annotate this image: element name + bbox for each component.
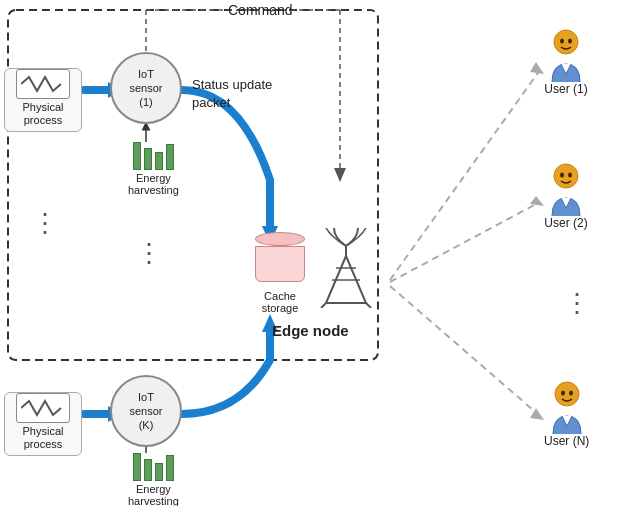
svg-point-25 <box>554 30 578 54</box>
svg-point-28 <box>554 164 578 188</box>
vertical-dots-left: ⋮ <box>32 210 56 236</box>
user-2-icon <box>544 162 588 216</box>
energy-bar <box>166 144 174 170</box>
wave-icon-bottom <box>16 393 70 423</box>
physical-bottom-label: Physicalprocess <box>23 425 64 451</box>
user-1-icon <box>544 28 588 82</box>
diagram-container: Command Physicalprocess Physicalprocess … <box>0 0 640 506</box>
user-2: User (2) <box>544 162 588 230</box>
cylinder-top <box>255 232 305 246</box>
energy-bars-top <box>133 142 174 170</box>
edge-node-label: Edge node <box>272 322 349 339</box>
user-1-label: User (1) <box>544 82 587 96</box>
energy-bar <box>144 148 152 170</box>
svg-line-23 <box>321 303 326 308</box>
energy-bar <box>133 142 141 170</box>
physical-top-label: Physicalprocess <box>23 101 64 127</box>
cylinder-body <box>255 246 305 282</box>
energy-top-label: Energyharvesting <box>128 172 179 196</box>
user-n: User (N) <box>544 380 589 448</box>
svg-point-32 <box>561 391 565 396</box>
svg-line-15 <box>390 202 540 282</box>
energy-bottom-label: Energyharvesting <box>128 483 179 506</box>
energy-bars-bottom <box>133 453 174 481</box>
energy-bar <box>144 459 152 481</box>
user-1: User (1) <box>544 28 588 96</box>
command-label: Command <box>228 2 293 18</box>
svg-marker-14 <box>530 62 544 74</box>
svg-line-17 <box>390 286 540 416</box>
physical-box-top: Physicalprocess <box>4 68 82 132</box>
physical-box-bottom: Physicalprocess <box>4 392 82 456</box>
iot-sensor-bottom: IoTsensor(K) <box>110 375 182 447</box>
energy-bar <box>133 453 141 481</box>
svg-point-27 <box>568 39 572 44</box>
cache-cylinder <box>252 232 308 282</box>
iot-sensor-top: IoTsensor(1) <box>110 52 182 124</box>
svg-point-29 <box>560 173 564 178</box>
vertical-dots-right: ⋮ <box>564 290 588 316</box>
svg-line-24 <box>366 303 371 308</box>
svg-marker-18 <box>530 408 544 420</box>
user-n-icon <box>545 380 589 434</box>
svg-point-31 <box>555 382 579 406</box>
status-update-label: Status updatepacket <box>192 76 272 112</box>
svg-marker-16 <box>530 196 544 206</box>
tower-antenna <box>316 228 376 308</box>
energy-bar <box>155 463 163 481</box>
energy-bar <box>166 455 174 481</box>
energy-harvesting-top: Energyharvesting <box>128 142 179 196</box>
svg-point-26 <box>560 39 564 44</box>
svg-marker-10 <box>334 168 346 182</box>
cache-label: Cachestorage <box>252 290 308 314</box>
svg-point-30 <box>568 173 572 178</box>
energy-harvesting-bottom: Energyharvesting <box>128 453 179 506</box>
user-n-label: User (N) <box>544 434 589 448</box>
svg-line-13 <box>390 70 540 280</box>
wave-icon-top <box>16 69 70 99</box>
energy-bar <box>155 152 163 170</box>
user-2-label: User (2) <box>544 216 587 230</box>
svg-point-33 <box>569 391 573 396</box>
vertical-dots-center: ⋮ <box>136 240 160 266</box>
